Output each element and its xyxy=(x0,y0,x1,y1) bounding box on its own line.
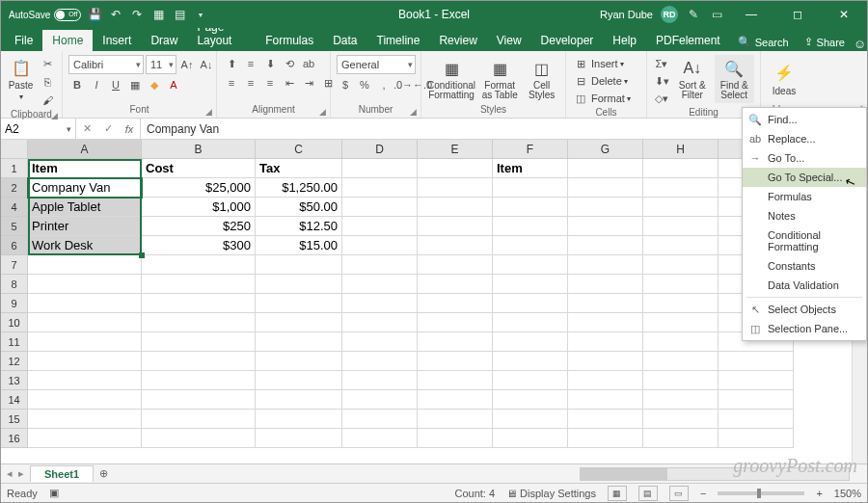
feedback-icon[interactable]: ☺ xyxy=(853,37,867,51)
ribbon-options-icon[interactable]: ▭ xyxy=(709,7,724,22)
cell[interactable] xyxy=(142,255,256,275)
cell[interactable] xyxy=(568,352,643,371)
normal-view-icon[interactable]: ▦ xyxy=(608,486,627,501)
cell[interactable] xyxy=(418,275,493,294)
cell[interactable]: Company Van xyxy=(28,178,142,198)
zoom-slider[interactable] xyxy=(718,491,804,495)
cell[interactable] xyxy=(256,332,342,352)
align-middle-icon[interactable]: ≡ xyxy=(242,55,259,72)
tab-review[interactable]: Review xyxy=(429,30,486,51)
menu-constants[interactable]: Constants xyxy=(743,256,866,276)
tab-formulas[interactable]: Formulas xyxy=(256,30,323,51)
number-format-combo[interactable]: General xyxy=(337,55,416,74)
cell[interactable] xyxy=(493,410,568,429)
cell[interactable] xyxy=(568,332,643,352)
row-header[interactable]: 6 xyxy=(1,236,28,255)
cell[interactable] xyxy=(568,198,643,217)
cell[interactable] xyxy=(643,429,719,448)
cell[interactable] xyxy=(719,390,794,410)
italic-icon[interactable]: I xyxy=(88,76,105,93)
tab-file[interactable]: File xyxy=(5,30,42,51)
cell[interactable]: $250 xyxy=(142,217,256,236)
qat-icon[interactable]: ▦ xyxy=(150,7,166,22)
tab-help[interactable]: Help xyxy=(603,30,646,51)
column-header[interactable]: A xyxy=(28,140,142,158)
cell[interactable] xyxy=(418,217,493,236)
row-header[interactable]: 5 xyxy=(1,217,28,236)
menu-replace[interactable]: abReplace... xyxy=(743,129,866,148)
cell[interactable] xyxy=(643,275,719,294)
bold-icon[interactable]: B xyxy=(68,76,86,93)
cell[interactable] xyxy=(643,371,719,390)
cell[interactable] xyxy=(256,255,342,275)
row-header[interactable]: 11 xyxy=(1,332,28,352)
row-header[interactable]: 9 xyxy=(1,294,28,313)
cell[interactable]: Printer xyxy=(28,217,142,236)
zoom-out-icon[interactable]: − xyxy=(700,488,706,499)
cell[interactable] xyxy=(568,255,643,275)
cell[interactable] xyxy=(142,294,256,313)
paste-button[interactable]: 📋 Paste▾ xyxy=(7,55,35,103)
copy-icon[interactable]: ⎘ xyxy=(39,73,56,91)
tab-timeline[interactable]: Timeline xyxy=(367,30,430,51)
cell-styles-button[interactable]: ◫Cell Styles xyxy=(524,55,559,103)
dialog-launcher-icon[interactable]: ◢ xyxy=(410,107,417,117)
page-layout-view-icon[interactable]: ▤ xyxy=(638,486,658,501)
menu-goto[interactable]: →Go To... xyxy=(743,148,866,168)
cell[interactable] xyxy=(342,275,418,294)
autosum-icon[interactable]: Σ▾ xyxy=(653,55,670,72)
select-all-corner[interactable] xyxy=(1,140,28,158)
cell[interactable] xyxy=(418,255,493,275)
cell[interactable] xyxy=(719,352,794,371)
tab-developer[interactable]: Developer xyxy=(531,30,604,51)
align-right-icon[interactable]: ≡ xyxy=(261,74,279,92)
save-icon[interactable]: 💾 xyxy=(87,7,102,22)
cell[interactable]: Cost xyxy=(142,159,256,178)
align-top-icon[interactable]: ⬆ xyxy=(223,55,240,72)
font-size-combo[interactable]: 11 xyxy=(146,55,176,74)
cell[interactable] xyxy=(418,410,493,429)
dialog-launcher-icon[interactable]: ◢ xyxy=(205,107,212,117)
cell[interactable] xyxy=(342,410,418,429)
menu-find[interactable]: 🔍Find... xyxy=(743,110,866,129)
cell[interactable] xyxy=(568,217,643,236)
cell[interactable] xyxy=(342,332,418,352)
tab-draw[interactable]: Draw xyxy=(141,30,187,51)
cell[interactable] xyxy=(493,294,568,313)
cell[interactable] xyxy=(643,352,719,371)
cell[interactable] xyxy=(342,198,418,217)
cell[interactable] xyxy=(643,390,719,410)
fx-icon[interactable]: fx xyxy=(119,123,140,135)
cell[interactable] xyxy=(493,352,568,371)
cell[interactable] xyxy=(256,294,342,313)
cell[interactable] xyxy=(256,275,342,294)
border-icon[interactable]: ▦ xyxy=(126,76,144,93)
increase-indent-icon[interactable]: ⇥ xyxy=(300,74,317,92)
cell[interactable] xyxy=(342,255,418,275)
qat-dropdown-icon[interactable]: ▾ xyxy=(193,7,208,22)
add-sheet-button[interactable]: ⊕ xyxy=(94,467,113,480)
ideas-button[interactable]: ⚡Ideas xyxy=(767,55,801,103)
minimize-button[interactable]: — xyxy=(732,1,771,28)
macro-record-icon[interactable]: ▣ xyxy=(49,487,59,499)
cell[interactable] xyxy=(256,390,342,410)
zoom-level[interactable]: 150% xyxy=(834,488,861,499)
format-painter-icon[interactable]: 🖌 xyxy=(39,92,56,109)
cell[interactable] xyxy=(142,313,256,332)
cell[interactable] xyxy=(568,371,643,390)
sort-filter-button[interactable]: A↓Sort & Filter xyxy=(674,55,711,103)
cell[interactable]: Apple Tablet xyxy=(28,198,142,217)
cell[interactable] xyxy=(643,410,719,429)
cell[interactable] xyxy=(568,294,643,313)
font-name-combo[interactable]: Calibri xyxy=(68,55,144,74)
format-as-table-button[interactable]: ▦Format as Table xyxy=(479,55,520,103)
cell[interactable]: $1,000 xyxy=(142,198,256,217)
row-header[interactable]: 16 xyxy=(1,429,28,448)
cell[interactable] xyxy=(418,371,493,390)
cell[interactable] xyxy=(418,294,493,313)
cell[interactable]: $12.50 xyxy=(256,217,342,236)
cell[interactable] xyxy=(256,313,342,332)
cell[interactable] xyxy=(256,429,342,448)
cell[interactable] xyxy=(719,429,794,448)
cell[interactable] xyxy=(256,352,342,371)
